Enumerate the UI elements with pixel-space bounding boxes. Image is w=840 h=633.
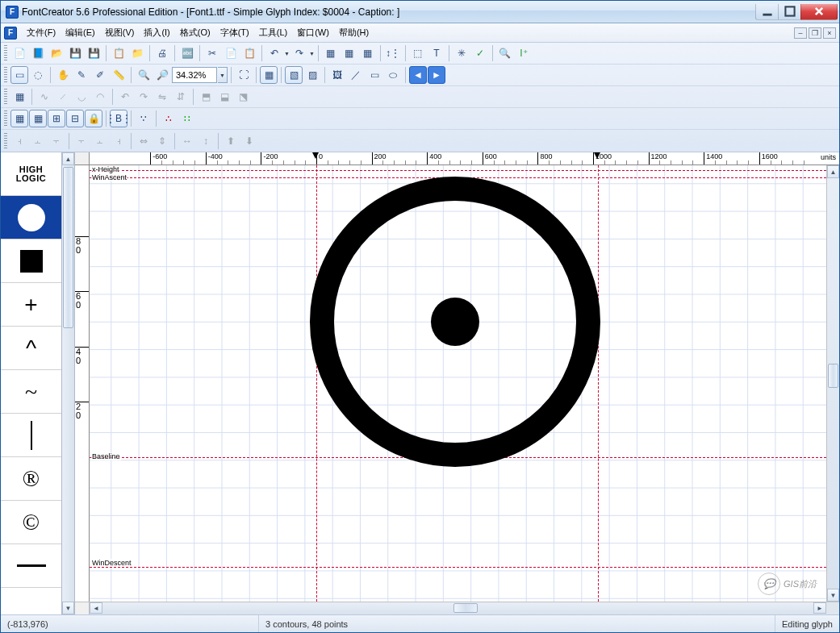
intersect-button[interactable]: ⬓ <box>215 88 233 106</box>
ruler-vertical[interactable]: 20406080 <box>75 165 90 602</box>
zoom-out-button[interactable]: 🔎 <box>153 66 171 84</box>
scroll-thumb[interactable] <box>453 603 478 613</box>
guide-xheight[interactable] <box>90 170 826 171</box>
show-first-button[interactable]: ∴ <box>160 110 178 127</box>
paste-button[interactable]: 📋 <box>240 44 258 62</box>
zoom-in-button[interactable]: 🔍 <box>135 66 153 84</box>
sort-button[interactable]: ↕⋮ <box>384 44 402 62</box>
glyph-strip-item[interactable]: ^ <box>1 327 61 370</box>
scroll-up-button[interactable]: ▲ <box>827 165 839 178</box>
scroll-down-button[interactable]: ▼ <box>827 589 839 602</box>
composite-button[interactable]: ▦ <box>10 88 28 106</box>
menu-font[interactable]: 字体(T) <box>215 24 254 41</box>
align-top-button[interactable]: ⫟ <box>73 132 90 150</box>
union-button[interactable]: ⬒ <box>197 88 215 106</box>
menu-view[interactable]: 视图(V) <box>100 24 140 41</box>
show-points-button[interactable]: ⋮B⋮ <box>110 110 127 127</box>
select-lasso-button[interactable]: ◌ <box>29 66 47 84</box>
new-font-button[interactable]: 📘 <box>29 44 47 62</box>
minimize-button[interactable] <box>755 4 779 20</box>
menu-format[interactable]: 格式(O) <box>175 24 215 41</box>
show-grid-button[interactable]: ▦ <box>29 110 47 127</box>
flip-v-button[interactable]: ⇵ <box>172 88 190 106</box>
glyph-strip-item[interactable]: + <box>1 283 61 327</box>
zoom-input[interactable] <box>172 67 217 83</box>
scroll-down-button[interactable]: ▼ <box>62 602 74 614</box>
snap-metrics-button[interactable]: ⊟ <box>66 110 84 127</box>
mdi-restore-button[interactable]: ❐ <box>809 27 821 39</box>
align-middle-button[interactable]: ⫠ <box>91 132 109 150</box>
snap-guides-button[interactable]: ⊞ <box>48 110 65 127</box>
font-props-button[interactable]: ▦ <box>341 44 358 62</box>
corner-button[interactable]: ⟋ <box>54 88 72 106</box>
send-back-button[interactable]: ⬇ <box>240 132 258 150</box>
rotate-left-button[interactable]: ↶ <box>116 88 134 106</box>
folder-button[interactable]: 📁 <box>128 44 146 62</box>
editor-vscrollbar[interactable]: ▲ ▼ <box>826 165 839 602</box>
cut-button[interactable]: ✂ <box>203 44 221 62</box>
save-all-button[interactable]: 💾 <box>85 44 102 62</box>
prev-glyph-button[interactable]: ◄ <box>409 66 427 84</box>
show-nodes-button[interactable]: ∵ <box>135 110 153 127</box>
scroll-thumb[interactable] <box>63 167 73 328</box>
glyph-strip-scrollbar[interactable]: ▲ ▼ <box>62 152 75 614</box>
preview-button[interactable]: 🔍 <box>496 44 514 62</box>
mdi-minimize-button[interactable]: – <box>794 27 807 39</box>
snap-grid-button[interactable]: ▦ <box>10 110 28 127</box>
tangent-button[interactable]: ◡ <box>73 88 90 106</box>
glyph-shape[interactable] <box>310 177 600 467</box>
glyph-strip-item[interactable] <box>1 544 61 588</box>
image-button[interactable]: 🖼 <box>328 66 346 84</box>
new-button[interactable]: 📄 <box>10 44 28 62</box>
glyph-strip-item[interactable]: ® <box>1 457 61 501</box>
undo-button[interactable]: ↶ <box>265 44 283 62</box>
align-right-button[interactable]: ⫟ <box>48 132 65 150</box>
menu-insert[interactable]: 插入(I) <box>139 24 174 41</box>
fit-button[interactable]: ⛶ <box>235 66 253 84</box>
glyph-strip-logo[interactable]: HIGHLOGIC <box>1 152 61 196</box>
same-width-button[interactable]: ↔ <box>178 132 196 150</box>
scroll-left-button[interactable]: ◄ <box>90 602 102 614</box>
lock-guides-button[interactable]: 🔒 <box>85 110 102 127</box>
show-off-button[interactable]: ∷ <box>178 110 196 127</box>
copy-button[interactable]: 📄 <box>222 44 240 62</box>
menu-tools[interactable]: 工具(L) <box>254 24 292 41</box>
redo-button[interactable]: ↷ <box>290 44 308 62</box>
align-bottom-button[interactable]: ⫞ <box>110 132 127 150</box>
glyph-canvas[interactable]: x-Height WinAscent Baseline WinDescent <box>90 165 826 602</box>
print-button[interactable]: 🖨 <box>153 44 171 62</box>
dist-h-button[interactable]: ⇔ <box>135 132 153 150</box>
transform-button[interactable]: ⬚ <box>409 44 427 62</box>
contour-ellipse-button[interactable]: ⬭ <box>384 66 402 84</box>
scroll-up-button[interactable]: ▲ <box>62 152 74 165</box>
measure-button[interactable]: 📏 <box>110 66 127 84</box>
editor-hscrollbar[interactable]: ◄ ► <box>90 602 826 614</box>
knife-button[interactable]: ✐ <box>91 66 109 84</box>
menu-help[interactable]: 帮助(H) <box>334 24 374 41</box>
glyph-strip-item[interactable] <box>1 239 61 283</box>
naming-button[interactable]: ▦ <box>359 44 377 62</box>
text-button[interactable]: T <box>428 44 445 62</box>
glyph-strip-item[interactable]: © <box>1 501 61 544</box>
maximize-button[interactable] <box>778 4 801 20</box>
glyph-strip-item[interactable] <box>1 414 61 457</box>
install-button[interactable]: 📋 <box>110 44 127 62</box>
ruler-horizontal[interactable]: units -600-400-2000200400600800100012001… <box>90 152 839 165</box>
grid-button[interactable]: ▦ <box>260 66 278 84</box>
same-height-button[interactable]: ↕ <box>197 132 215 150</box>
curve-button[interactable]: ◠ <box>91 88 109 106</box>
align-left-button[interactable]: ⫞ <box>10 132 28 150</box>
save-button[interactable]: 💾 <box>66 44 84 62</box>
smooth-button[interactable]: ∿ <box>36 88 53 106</box>
align-center-button[interactable]: ⫠ <box>29 132 47 150</box>
contour-rect-button[interactable]: ▭ <box>366 66 383 84</box>
guidelines-button[interactable]: ▨ <box>303 66 321 84</box>
guide-windescent[interactable] <box>90 567 826 568</box>
flip-h-button[interactable]: ⇋ <box>153 88 171 106</box>
pan-button[interactable]: ✋ <box>54 66 72 84</box>
kerning-button[interactable]: ✳ <box>453 44 470 62</box>
dist-v-button[interactable]: ⇕ <box>153 132 171 150</box>
glyph-props-button[interactable]: ▦ <box>322 44 340 62</box>
validate-button[interactable]: ✓ <box>471 44 489 62</box>
bring-front-button[interactable]: ⬆ <box>222 132 240 150</box>
